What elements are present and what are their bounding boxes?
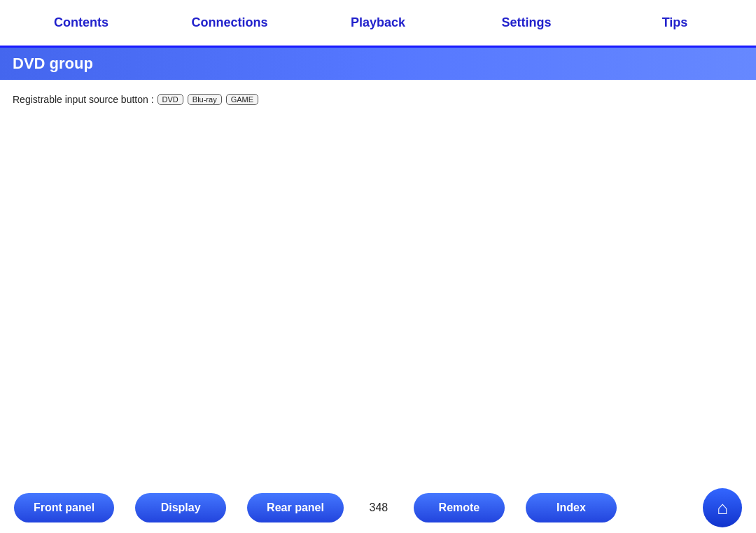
badge-dvd: DVD: [158, 94, 183, 105]
rear-panel-button[interactable]: Rear panel: [247, 493, 344, 522]
page-number: 348: [365, 501, 393, 514]
display-button[interactable]: Display: [135, 493, 226, 522]
front-panel-button[interactable]: Front panel: [14, 493, 114, 522]
bottom-nav: Front panel Display Rear panel 348 Remot…: [0, 483, 756, 533]
home-button[interactable]: ⌂: [703, 488, 742, 527]
index-button[interactable]: Index: [526, 493, 617, 522]
section-header: DVD group: [0, 48, 756, 80]
main-wrapper: Contents Connections Playback Settings T…: [0, 0, 756, 533]
content-description: Registrable input source button : DVD Bl…: [13, 94, 743, 105]
nav-tips[interactable]: Tips: [601, 10, 749, 36]
nav-contents[interactable]: Contents: [7, 10, 155, 36]
nav-settings[interactable]: Settings: [452, 10, 601, 36]
nav-playback[interactable]: Playback: [304, 10, 452, 36]
remote-button[interactable]: Remote: [414, 493, 505, 522]
top-nav: Contents Connections Playback Settings T…: [0, 0, 756, 48]
badge-game: GAME: [226, 94, 258, 105]
section-title: DVD group: [13, 55, 93, 72]
nav-connections[interactable]: Connections: [155, 10, 304, 36]
content-area: Registrable input source button : DVD Bl…: [0, 80, 756, 321]
home-icon: ⌂: [717, 497, 728, 519]
badge-bluray: Blu-ray: [188, 94, 222, 105]
description-text: Registrable input source button :: [13, 94, 154, 105]
